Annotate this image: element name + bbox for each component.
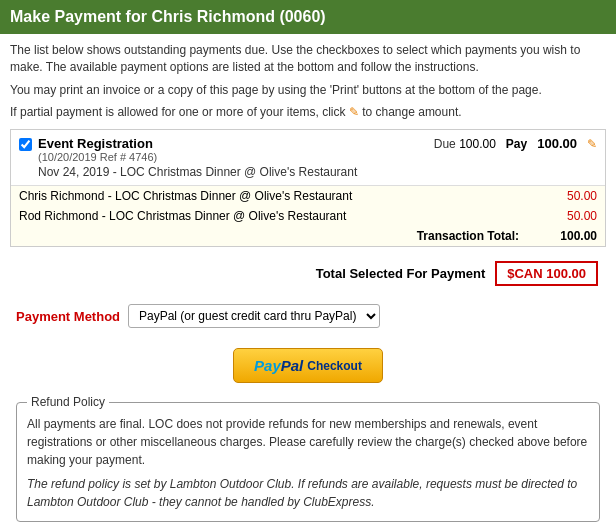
intro-line3: If partial payment is allowed for one or… bbox=[10, 104, 606, 121]
payment-method-label: Payment Method bbox=[16, 309, 120, 324]
item-name: Rod Richmond - LOC Christmas Dinner @ Ol… bbox=[11, 206, 527, 226]
due-amount: 100.00 bbox=[459, 137, 496, 151]
edit-amount-icon[interactable]: ✎ bbox=[587, 137, 597, 151]
refund-policy-box: Refund Policy All payments are final. LO… bbox=[16, 395, 600, 522]
transaction-total-amount: 100.00 bbox=[527, 226, 605, 246]
paypal-logo: PayPal bbox=[254, 357, 303, 374]
refund-policy-legend: Refund Policy bbox=[27, 395, 109, 409]
event-detail-table: Chris Richmond - LOC Christmas Dinner @ … bbox=[11, 185, 605, 246]
paypal-checkout-button[interactable]: PayPal Checkout bbox=[233, 348, 383, 383]
checkout-text: Checkout bbox=[307, 359, 362, 373]
event-date: Nov 24, 2019 - LOC Christmas Dinner @ Ol… bbox=[38, 165, 434, 179]
intro-line1: The list below shows outstanding payment… bbox=[10, 42, 606, 76]
pay-amount: 100.00 bbox=[537, 136, 577, 151]
intro-line2: You may print an invoice or a copy of th… bbox=[10, 82, 606, 99]
transaction-total-label: Transaction Total: bbox=[11, 226, 527, 246]
event-header: Event Registration (10/20/2019 Ref # 474… bbox=[11, 130, 605, 185]
total-selected-label: Total Selected For Payment bbox=[316, 266, 486, 281]
intro-section: The list below shows outstanding payment… bbox=[10, 42, 606, 121]
total-selected-amount: $CAN 100.00 bbox=[495, 261, 598, 286]
paypal-button-row: PayPal Checkout bbox=[10, 348, 606, 383]
page-header: Make Payment for Chris Richmond (0060) bbox=[0, 0, 616, 34]
event-checkbox[interactable] bbox=[19, 138, 32, 151]
due-label: Due bbox=[434, 137, 456, 151]
event-ref: (10/20/2019 Ref # 4746) bbox=[38, 151, 434, 163]
payment-method-select[interactable]: PayPal (or guest credit card thru PayPal… bbox=[128, 304, 380, 328]
header-title: Make Payment for Chris Richmond (0060) bbox=[10, 8, 326, 25]
event-registration-section: Event Registration (10/20/2019 Ref # 474… bbox=[10, 129, 606, 247]
event-title: Event Registration bbox=[38, 136, 434, 151]
item-amount: 50.00 bbox=[527, 186, 605, 207]
total-selected-row: Total Selected For Payment $CAN 100.00 bbox=[10, 255, 606, 292]
item-name: Chris Richmond - LOC Christmas Dinner @ … bbox=[11, 186, 527, 207]
item-amount: 50.00 bbox=[527, 206, 605, 226]
pay-label: Pay bbox=[506, 137, 527, 151]
event-due: Due 100.00 Pay 100.00 ✎ bbox=[434, 136, 597, 151]
event-title-block: Event Registration (10/20/2019 Ref # 474… bbox=[38, 136, 434, 179]
refund-policy-text1: All payments are final. LOC does not pro… bbox=[27, 415, 589, 469]
table-row: Rod Richmond - LOC Christmas Dinner @ Ol… bbox=[11, 206, 605, 226]
transaction-total-row: Transaction Total: 100.00 bbox=[11, 226, 605, 246]
pencil-icon: ✎ bbox=[349, 105, 362, 119]
payment-method-row: Payment Method PayPal (or guest credit c… bbox=[10, 296, 606, 336]
table-row: Chris Richmond - LOC Christmas Dinner @ … bbox=[11, 186, 605, 207]
refund-policy-text2: The refund policy is set by Lambton Outd… bbox=[27, 475, 589, 511]
